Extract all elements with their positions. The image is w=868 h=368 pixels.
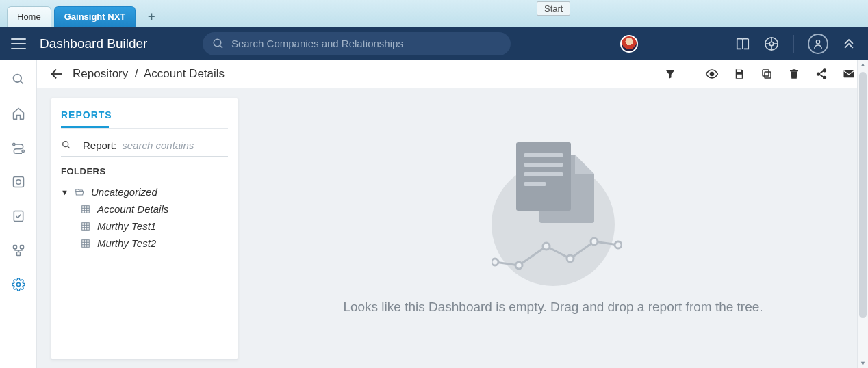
caret-down-icon: ▼ [61, 188, 68, 196]
svg-point-51 [543, 243, 550, 250]
sparkline-icon [492, 231, 622, 272]
canvas-area: REPORTS Report: FOLDERS ▼ [37, 88, 868, 368]
svg-rect-25 [763, 70, 769, 76]
svg-rect-17 [20, 246, 23, 249]
svg-rect-31 [844, 70, 854, 77]
main-region: Repository / Account Details [37, 60, 868, 368]
svg-point-11 [12, 143, 14, 145]
report-search-label: Report: [83, 140, 116, 151]
svg-line-30 [819, 74, 824, 77]
delete-icon[interactable] [787, 67, 801, 81]
preview-icon[interactable] [705, 67, 719, 81]
share-icon[interactable] [815, 67, 828, 81]
browser-tab-home[interactable]: Home [7, 6, 51, 27]
crumb-sep: / [135, 67, 138, 80]
rail-target-icon[interactable] [11, 174, 26, 189]
grid-icon [79, 205, 92, 214]
report-item-murthy-test2[interactable]: Murthy Test2 [79, 235, 228, 252]
folders-heading: FOLDERS [61, 166, 228, 176]
svg-point-53 [591, 238, 598, 245]
global-search [203, 32, 511, 55]
svg-rect-24 [765, 72, 771, 78]
separator [691, 66, 691, 82]
reports-tab[interactable]: REPORTS [61, 109, 228, 127]
svg-rect-15 [14, 211, 23, 222]
svg-rect-23 [737, 74, 742, 77]
breadcrumb-bar: Repository / Account Details [37, 60, 868, 88]
report-item-label: Murthy Test1 [97, 220, 156, 232]
svg-point-54 [615, 241, 622, 248]
report-search-input[interactable] [122, 140, 253, 151]
svg-rect-13 [13, 177, 23, 187]
email-icon[interactable] [842, 67, 856, 81]
rail-checklist-icon[interactable] [11, 209, 26, 224]
report-item-label: Murthy Test2 [97, 237, 156, 249]
grid-icon [79, 239, 92, 248]
svg-point-8 [816, 40, 819, 43]
grid-icon [79, 222, 92, 231]
svg-rect-44 [82, 239, 90, 247]
rail-home-icon[interactable] [11, 106, 26, 121]
svg-point-52 [567, 255, 574, 262]
menu-hamburger-button[interactable] [11, 36, 26, 51]
empty-illustration [485, 142, 622, 279]
divider [61, 128, 228, 129]
vertical-scrollbar[interactable]: ▲ ▼ [857, 88, 868, 368]
app-body: Repository / Account Details [0, 60, 868, 368]
svg-point-32 [63, 142, 68, 147]
report-item-account-details[interactable]: Account Details [79, 200, 228, 218]
scroll-thumb[interactable] [859, 88, 867, 318]
svg-point-14 [16, 180, 21, 185]
folder-children: Account Details Murthy Test1 [71, 200, 228, 252]
network-icon[interactable] [763, 36, 780, 52]
rail-settings-icon[interactable] [11, 277, 26, 292]
rail-search-icon[interactable] [11, 72, 26, 87]
start-tag[interactable]: Start [537, 1, 570, 16]
collapse-up-icon[interactable] [841, 36, 857, 52]
svg-rect-34 [82, 205, 90, 213]
reports-panel: REPORTS Report: FOLDERS ▼ [51, 98, 238, 360]
crumb-root[interactable]: Repository [73, 67, 128, 80]
toolbar-actions [663, 66, 856, 82]
rail-hierarchy-icon[interactable] [11, 243, 26, 258]
back-arrow-button[interactable] [49, 66, 64, 81]
svg-point-49 [492, 259, 498, 265]
start-tag-label: Start [544, 3, 563, 14]
report-search-row: Report: [61, 138, 228, 157]
page-title: Dashboard Builder [40, 36, 147, 51]
book-icon[interactable] [735, 36, 751, 52]
scroll-down-arrow-icon[interactable]: ▼ [858, 360, 868, 367]
separator [793, 35, 794, 53]
svg-point-12 [22, 150, 24, 152]
report-item-murthy-test1[interactable]: Murthy Test1 [79, 218, 228, 235]
svg-point-9 [13, 75, 21, 83]
save-icon[interactable] [732, 67, 746, 81]
svg-rect-22 [737, 69, 741, 72]
folder-open-icon [73, 187, 86, 197]
search-icon[interactable] [61, 140, 72, 150]
folder-row-uncategorized[interactable]: ▼ Uncategorized [61, 183, 228, 200]
browser-tab-bar: Home Gainsight NXT + Start [0, 0, 868, 27]
browser-tab-add-button[interactable]: + [142, 8, 160, 25]
header-icon-group [735, 34, 857, 54]
left-nav-rail [0, 60, 37, 368]
svg-point-19 [16, 283, 20, 287]
avatar[interactable] [620, 35, 638, 53]
filter-icon[interactable] [663, 67, 677, 81]
empty-message: Looks like this Dashboard is empty. Drag… [343, 300, 763, 315]
rail-journey-icon[interactable] [11, 140, 26, 155]
dashboard-empty-state[interactable]: Looks like this Dashboard is empty. Drag… [238, 88, 868, 368]
folder-name: Uncategorized [91, 186, 157, 198]
copy-icon[interactable] [760, 67, 774, 81]
svg-line-10 [20, 81, 23, 84]
browser-tab-gainsight[interactable]: Gainsight NXT [54, 6, 136, 27]
user-icon[interactable] [808, 34, 828, 54]
search-icon [212, 38, 225, 50]
svg-line-29 [819, 70, 824, 73]
svg-point-21 [711, 72, 714, 75]
svg-line-33 [68, 146, 70, 148]
global-search-input[interactable] [203, 32, 511, 55]
app-header: Dashboard Builder [0, 27, 868, 60]
crumb-current: Account Details [144, 67, 225, 80]
browser-tab-home-label: Home [17, 12, 41, 22]
